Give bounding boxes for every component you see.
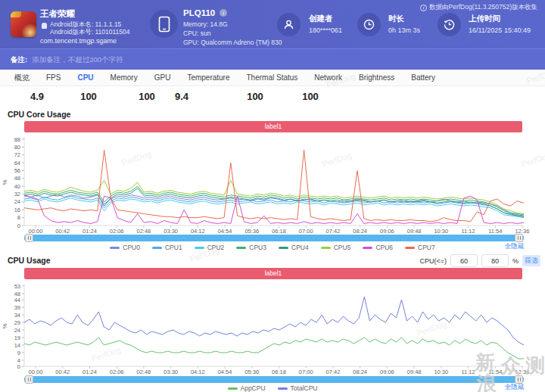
phone-icon (150, 10, 178, 38)
svg-text:09:48: 09:48 (407, 369, 422, 375)
tab-fps[interactable]: FPS (38, 73, 69, 82)
svg-text:08:24: 08:24 (353, 228, 367, 235)
svg-text:56: 56 (14, 167, 20, 174)
svg-text:48: 48 (14, 291, 20, 297)
report-header: i 数据由PerfDog(11.3.250752)版本收集 王者荣耀 Andro… (0, 0, 545, 48)
game-app-icon (11, 11, 36, 37)
upload-time-label: 上传时间 (469, 14, 500, 24)
legend-label-totalcpu: TotalCPU (291, 384, 318, 392)
chart1-scroll-handle-right[interactable] (515, 234, 523, 242)
svg-text:11:54: 11:54 (488, 228, 502, 235)
svg-text:11:12: 11:12 (461, 228, 475, 235)
svg-text:07:42: 07:42 (326, 228, 341, 235)
tab-temperature[interactable]: Temperature (179, 73, 238, 82)
tab-network[interactable]: Network (306, 73, 350, 82)
cpu-filter-max-input[interactable] (481, 254, 509, 267)
legend-item-cpu0[interactable]: CPU0 (110, 244, 140, 251)
svg-text:24: 24 (14, 327, 20, 334)
legend-swatch-cpu4 (279, 247, 288, 249)
svg-text:0: 0 (17, 363, 20, 370)
cpu-filter-row: CPU(<=) % 筛选 (419, 254, 540, 267)
svg-text:04:54: 04:54 (218, 369, 232, 375)
svg-text:14: 14 (14, 342, 20, 349)
svg-text:01:24: 01:24 (83, 228, 97, 235)
duration-label: 时长 (388, 14, 404, 24)
legend-item-cpu1[interactable]: CPU1 (152, 244, 182, 251)
label1-bar-2[interactable]: label1 (24, 268, 522, 279)
cpu-core-usage-title: CPU Core Usage (8, 110, 70, 119)
legend-item-cpu7[interactable]: CPU7 (405, 244, 435, 251)
upload-time-icon (438, 13, 461, 36)
svg-text:53: 53 (14, 283, 20, 290)
svg-text:02:48: 02:48 (136, 369, 151, 375)
tab-gpu[interactable]: GPU (146, 73, 179, 82)
score-value-5: 100 (302, 91, 319, 102)
svg-text:08:24: 08:24 (353, 369, 367, 375)
legend-item-cpu6[interactable]: CPU6 (363, 244, 393, 251)
legend-label-cpu7: CPU7 (418, 244, 435, 251)
svg-text:07:00: 07:00 (299, 369, 313, 375)
chart1-legend: CPU0CPU1CPU2CPU3CPU4CPU5CPU6CPU7 (0, 242, 545, 253)
svg-text:11:54: 11:54 (488, 369, 502, 375)
svg-text:44: 44 (14, 297, 20, 303)
creator-value: 180****061 (309, 26, 342, 34)
svg-text:10:30: 10:30 (434, 369, 448, 375)
tab-概览[interactable]: 概览 (6, 73, 38, 83)
tab-brightness[interactable]: Brightness (350, 73, 403, 82)
legend-item-totalcpu[interactable]: TotalCPU (278, 384, 318, 392)
tab-memory[interactable]: Memory (102, 73, 146, 82)
device-cpu: CPU: sun (183, 30, 210, 37)
collect-note-text: 数据由PerfDog(11.3.250752)版本收集 (429, 3, 537, 12)
svg-text:02:48: 02:48 (136, 228, 151, 235)
chart1-hide-all-link[interactable]: 全隐藏 (505, 242, 525, 251)
tab-cpu[interactable]: CPU (69, 73, 101, 82)
svg-text:12:36: 12:36 (515, 369, 530, 375)
device-memory: Memory: 14.8G (183, 20, 228, 28)
legend-item-appcpu[interactable]: AppCPU (228, 384, 266, 392)
cpu-filter-min-input[interactable] (450, 254, 478, 267)
legend-item-cpu4[interactable]: CPU4 (279, 244, 309, 251)
note-row[interactable]: 备注:添加备注，不超过200个字符 (0, 48, 545, 70)
cpu-core-usage-chart[interactable]: 0816243240485664728088%00:0000:4201:2402… (0, 135, 545, 235)
svg-text:48: 48 (14, 175, 20, 182)
clock-icon (357, 13, 381, 36)
legend-swatch-cpu0 (110, 247, 120, 249)
legend-label-cpu4: CPU4 (291, 244, 309, 251)
legend-label-cpu5: CPU5 (334, 244, 351, 251)
svg-text:02:06: 02:06 (110, 228, 124, 235)
svg-text:04:12: 04:12 (191, 228, 205, 235)
duration-value: 0h 13m 3s (388, 26, 420, 34)
legend-swatch-totalcpu (278, 387, 288, 390)
svg-text:19: 19 (14, 334, 20, 341)
chart1-scrollbar[interactable] (24, 235, 524, 241)
svg-text:64: 64 (14, 160, 20, 166)
label1-bar[interactable]: label1 (24, 121, 522, 132)
svg-text:03:30: 03:30 (164, 228, 178, 235)
device-info-icon[interactable]: i (220, 9, 227, 17)
svg-text:4: 4 (17, 357, 20, 364)
chart1-scroll-handle-left[interactable] (25, 234, 33, 242)
legend-label-cpu6: CPU6 (375, 244, 393, 251)
svg-text:06:18: 06:18 (272, 228, 286, 235)
svg-text:40: 40 (14, 183, 20, 190)
tab-battery[interactable]: Battery (403, 73, 444, 82)
chart2-scrollbar[interactable] (24, 376, 524, 383)
user-icon (277, 13, 301, 36)
score-value-4: 100 (247, 91, 263, 102)
legend-item-cpu3[interactable]: CPU3 (236, 244, 266, 251)
cpu-usage-chart[interactable]: 049141924293439444853%00:0000:4201:2402:… (0, 282, 545, 377)
cpu-filter-apply-button[interactable]: 筛选 (522, 255, 540, 266)
chart2-hide-all-link[interactable]: 全隐藏 (505, 383, 525, 392)
cpu-usage-title: CPU Usage (8, 256, 51, 265)
svg-text:%: % (2, 323, 8, 328)
svg-text:07:42: 07:42 (326, 369, 341, 375)
svg-text:09:06: 09:06 (380, 228, 394, 235)
svg-text:9: 9 (17, 350, 20, 356)
legend-item-cpu2[interactable]: CPU2 (195, 244, 225, 251)
legend-item-cpu5[interactable]: CPU5 (321, 244, 351, 251)
svg-text:01:24: 01:24 (83, 369, 97, 375)
tab-thermal-status[interactable]: Thermal Status (238, 73, 307, 82)
device-gpu: GPU: Qualcomm Adreno (TM) 830 (183, 39, 282, 46)
note-label: 备注: (11, 55, 27, 64)
score-value-1: 100 (80, 91, 97, 102)
